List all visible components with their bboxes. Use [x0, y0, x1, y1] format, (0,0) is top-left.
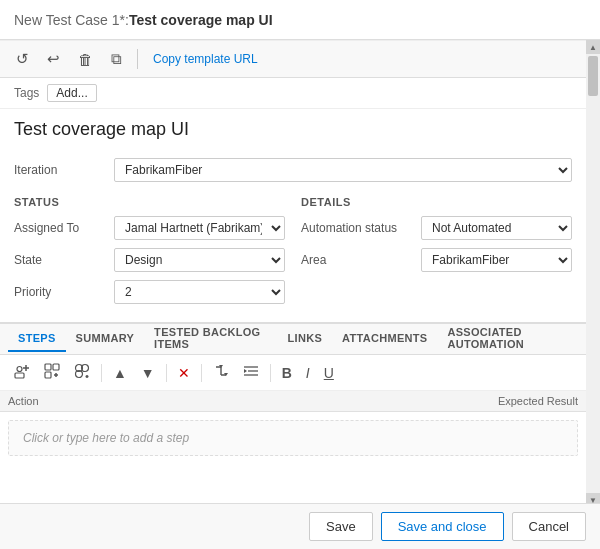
area-value: FabrikamFiber [421, 248, 572, 272]
assigned-to-select[interactable]: Jamal Hartnett (Fabrikam) [114, 216, 285, 240]
scrollbar-up-arrow[interactable]: ▲ [586, 40, 600, 54]
details-column: DETAILS Automation status Not Automated … [301, 196, 572, 312]
svg-rect-5 [53, 364, 59, 370]
priority-value: 2 [114, 280, 285, 304]
area-label: Area [301, 253, 421, 267]
title-main: Test coverage map UI [129, 12, 273, 28]
delete-step-button[interactable]: ✕ [172, 361, 196, 385]
steps-toolbar-sep-3 [201, 364, 202, 382]
steps-toolbar-sep-4 [270, 364, 271, 382]
copy-button[interactable]: ⧉ [105, 46, 128, 72]
steps-toolbar-sep-1 [101, 364, 102, 382]
add-shared-step-button[interactable] [38, 359, 66, 386]
iteration-row: Iteration FabrikamFiber [14, 158, 572, 182]
tab-tested-backlog[interactable]: TESTED BACKLOG ITEMS [144, 320, 277, 358]
redo-button[interactable]: ↩ [41, 46, 66, 72]
steps-toolbar: ▲ ▼ ✕ [0, 355, 586, 391]
svg-marker-19 [244, 369, 247, 373]
bottom-bar: Save Save and close Cancel [0, 503, 600, 549]
assigned-to-row: Assigned To Jamal Hartnett (Fabrikam) [14, 216, 285, 240]
toolbar: ↺ ↩ 🗑 ⧉ Copy template URL [0, 40, 586, 78]
bold-button[interactable]: B [276, 361, 298, 385]
state-value: Design [114, 248, 285, 272]
steps-result-header: Expected Result [418, 395, 578, 407]
title-bar: New Test Case 1*: Test coverage map UI [0, 0, 600, 40]
priority-label: Priority [14, 285, 114, 299]
svg-point-1 [17, 367, 22, 372]
main-content: ↺ ↩ 🗑 ⧉ Copy template URL Tags Add... Te… [0, 40, 586, 507]
priority-row: Priority 2 [14, 280, 285, 304]
iteration-select[interactable]: FabrikamFiber [114, 158, 572, 182]
area-row: Area FabrikamFiber [301, 248, 572, 272]
tab-steps[interactable]: STEPS [8, 326, 66, 352]
status-header: STATUS [14, 196, 285, 208]
svg-rect-4 [45, 364, 51, 370]
copy-template-url-button[interactable]: Copy template URL [147, 49, 264, 69]
insert-button[interactable] [207, 359, 235, 386]
underline-button[interactable]: U [318, 361, 340, 385]
steps-placeholder[interactable]: Click or type here to add a step [8, 420, 578, 456]
save-and-close-button[interactable]: Save and close [381, 512, 504, 541]
automation-status-row: Automation status Not Automated [301, 216, 572, 240]
automation-status-value: Not Automated [421, 216, 572, 240]
toolbar-separator [137, 49, 138, 69]
indent-button[interactable] [237, 359, 265, 386]
state-select[interactable]: Design [114, 248, 285, 272]
steps-action-header: Action [8, 395, 418, 407]
tags-label: Tags [14, 86, 39, 100]
save-button[interactable]: Save [309, 512, 373, 541]
scrollbar-track: ▲ ▼ [586, 40, 600, 507]
tab-associated-automation[interactable]: ASSOCIATED AUTOMATION [437, 320, 578, 358]
steps-table-header: Action Expected Result [0, 391, 586, 412]
svg-rect-0 [15, 373, 24, 378]
area-select[interactable]: FabrikamFiber [421, 248, 572, 272]
svg-rect-6 [45, 372, 51, 378]
assigned-to-label: Assigned To [14, 221, 114, 235]
add-step-button[interactable] [8, 359, 36, 386]
move-up-button[interactable]: ▲ [107, 361, 133, 385]
assigned-to-value: Jamal Hartnett (Fabrikam) [114, 216, 285, 240]
two-col-section: STATUS Assigned To Jamal Hartnett (Fabri… [14, 196, 572, 312]
italic-button[interactable]: I [300, 361, 316, 385]
tabs-bar: STEPS SUMMARY TESTED BACKLOG ITEMS LINKS… [0, 323, 586, 355]
cancel-button[interactable]: Cancel [512, 512, 586, 541]
details-header: DETAILS [301, 196, 572, 208]
insert-shared-steps-button[interactable] [68, 359, 96, 386]
title-prefix: New Test Case 1*: [14, 12, 129, 28]
tab-summary[interactable]: SUMMARY [66, 326, 145, 352]
state-label: State [14, 253, 114, 267]
steps-section: STEPS SUMMARY TESTED BACKLOG ITEMS LINKS… [0, 322, 586, 456]
tags-add-button[interactable]: Add... [47, 84, 96, 102]
status-column: STATUS Assigned To Jamal Hartnett (Fabri… [14, 196, 285, 312]
state-row: State Design [14, 248, 285, 272]
tab-attachments[interactable]: ATTACHMENTS [332, 326, 437, 352]
priority-select[interactable]: 2 [114, 280, 285, 304]
tab-links[interactable]: LINKS [278, 326, 333, 352]
work-item-title[interactable]: Test coverage map UI [14, 119, 572, 144]
undo-button[interactable]: ↺ [10, 46, 35, 72]
delete-button[interactable]: 🗑 [72, 47, 99, 72]
scrollbar-thumb[interactable] [588, 56, 598, 96]
automation-status-select[interactable]: Not Automated [421, 216, 572, 240]
iteration-label: Iteration [14, 163, 114, 177]
automation-status-label: Automation status [301, 221, 421, 235]
tags-row: Tags Add... [0, 78, 586, 109]
steps-toolbar-sep-2 [166, 364, 167, 382]
move-down-button[interactable]: ▼ [135, 361, 161, 385]
